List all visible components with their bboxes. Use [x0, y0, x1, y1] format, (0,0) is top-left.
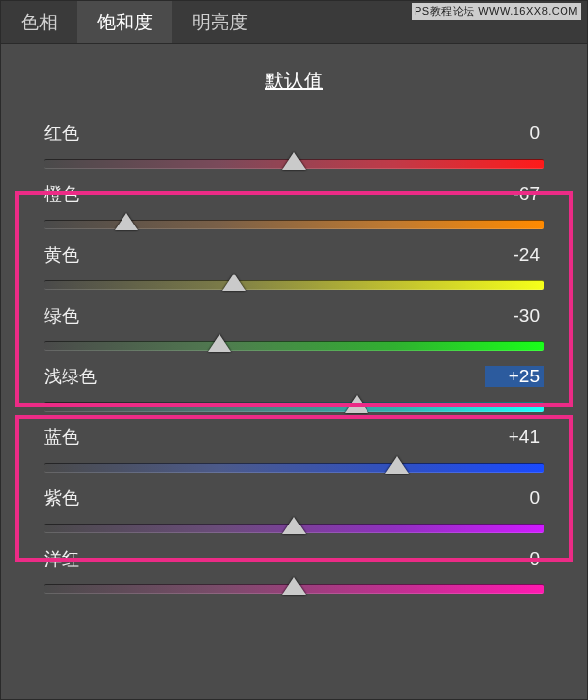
slider-label-green: 绿色: [44, 304, 79, 327]
slider-header: 蓝色+41: [44, 425, 544, 449]
slider-header: 红色0: [44, 122, 544, 145]
slider-label-red: 红色: [44, 122, 79, 145]
slider-label-purple: 紫色: [44, 486, 79, 510]
slider-header: 洋红0: [44, 547, 544, 571]
slider-header: 浅绿色+25: [44, 365, 544, 388]
slider-row-purple: 紫色0: [11, 476, 577, 537]
sliders-container: 红色0橙色-67黄色-24绿色-30浅绿色+25蓝色+41紫色0洋红0: [1, 112, 587, 598]
tab-saturation[interactable]: 饱和度: [77, 1, 172, 43]
slider-value-aqua[interactable]: +25: [485, 366, 544, 387]
slider-row-aqua: 浅绿色+25: [11, 355, 577, 416]
slider-track-orange[interactable]: [44, 220, 544, 229]
slider-track-green[interactable]: [44, 341, 544, 351]
slider-track-purple[interactable]: [44, 524, 544, 533]
slider-row-green: 绿色-30: [11, 294, 577, 355]
slider-value-green[interactable]: -30: [485, 305, 544, 326]
slider-row-blue: 蓝色+41: [11, 416, 577, 476]
slider-track-red[interactable]: [44, 159, 544, 169]
slider-header: 黄色-24: [44, 243, 544, 267]
slider-track-magenta[interactable]: [44, 584, 544, 594]
slider-track-yellow[interactable]: [44, 280, 544, 290]
slider-value-red[interactable]: 0: [485, 123, 544, 144]
slider-track-blue[interactable]: [44, 463, 544, 473]
slider-track-aqua[interactable]: [44, 402, 544, 412]
slider-label-blue: 蓝色: [44, 425, 79, 449]
slider-header: 橙色-67: [44, 182, 544, 206]
slider-label-magenta: 洋红: [44, 547, 79, 571]
defaults-link[interactable]: 默认值: [265, 70, 323, 91]
slider-value-blue[interactable]: +41: [485, 426, 544, 448]
slider-row-magenta: 洋红0: [11, 537, 577, 598]
slider-value-orange[interactable]: -67: [485, 183, 544, 205]
slider-row-red: 红色0: [11, 112, 577, 173]
slider-value-magenta[interactable]: 0: [485, 548, 544, 570]
slider-label-aqua: 浅绿色: [44, 365, 97, 388]
slider-header: 紫色0: [44, 486, 544, 510]
slider-row-orange: 橙色-67: [11, 173, 577, 233]
slider-label-yellow: 黄色: [44, 243, 79, 267]
defaults-link-row: 默认值: [1, 68, 587, 94]
slider-row-yellow: 黄色-24: [11, 233, 577, 294]
tab-luminance[interactable]: 明亮度: [172, 1, 268, 43]
watermark-text: PS教程论坛 WWW.16XX8.COM: [412, 3, 581, 20]
slider-value-yellow[interactable]: -24: [485, 244, 544, 266]
tab-hue[interactable]: 色相: [1, 1, 77, 43]
slider-value-purple[interactable]: 0: [485, 487, 544, 509]
slider-label-orange: 橙色: [44, 182, 79, 206]
slider-header: 绿色-30: [44, 304, 544, 327]
